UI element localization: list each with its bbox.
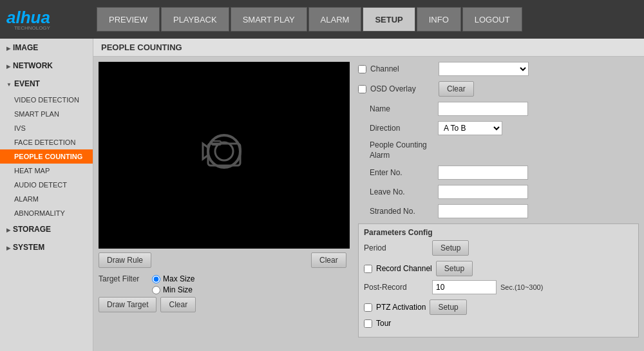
sec-label: Sec.(10~300) <box>500 283 543 291</box>
alarm-label: ALARM <box>14 195 39 203</box>
camera-icon <box>202 132 247 178</box>
video-panel: Draw Rule Clear Target Filter Max Size <box>99 62 353 346</box>
sidebar: IMAGE NETWORK EVENT VIDEO DETECTION SMAR… <box>0 39 93 351</box>
tab-logout[interactable]: LOGOUT <box>462 7 522 32</box>
nav-tabs: PREVIEW PLAYBACK SMART PLAY ALARM SETUP … <box>97 7 522 32</box>
sidebar-item-storage[interactable]: STORAGE <box>0 220 93 238</box>
people-counting-label: PEOPLE COUNTING <box>14 153 82 160</box>
params-config-title: Parameters Config <box>364 228 633 237</box>
storage-arrow-icon <box>6 225 10 234</box>
image-arrow-icon <box>6 43 10 52</box>
channel-row: Channel <box>358 62 639 76</box>
name-label: Name <box>370 104 434 113</box>
tour-checkbox[interactable] <box>364 319 372 328</box>
record-channel-setup-button[interactable]: Setup <box>436 261 473 276</box>
stranded-no-input[interactable] <box>438 204 528 218</box>
direction-select[interactable]: A To B B To A <box>438 121 502 135</box>
tab-info[interactable]: INFO <box>417 7 461 32</box>
people-counting-alarm-label: People CountingAlarm <box>370 140 434 160</box>
audio-detect-label: AUDIO DETECT <box>14 181 67 189</box>
record-channel-row: Record Channel Setup <box>364 261 633 276</box>
tab-alarm[interactable]: ALARM <box>308 7 362 32</box>
logo-brand: alhua <box>6 8 50 27</box>
clear-video-button[interactable]: Clear <box>311 252 346 268</box>
sidebar-item-system-label: SYSTEM <box>13 243 44 252</box>
video-buttons: Draw Rule Clear <box>99 252 353 268</box>
record-channel-label: Record Channel <box>376 264 432 273</box>
sidebar-item-audio-detect[interactable]: AUDIO DETECT <box>0 178 93 192</box>
leave-no-row: Leave No. <box>358 185 639 199</box>
video-detection-label: VIDEO DETECTION <box>14 96 79 104</box>
period-setup-button[interactable]: Setup <box>432 240 469 256</box>
sidebar-item-face-detection[interactable]: FACE DETECTION <box>0 135 93 149</box>
sidebar-item-video-detection[interactable]: VIDEO DETECTION <box>0 93 93 107</box>
stranded-no-label: Stranded No. <box>370 207 434 216</box>
smart-plan-label: SMART PLAN <box>14 110 59 118</box>
target-filter-label: Target Filter <box>99 274 147 283</box>
min-size-label: Min Size <box>163 285 193 294</box>
sidebar-item-ivs[interactable]: IVS <box>0 121 93 135</box>
tab-setup[interactable]: SETUP <box>363 7 415 32</box>
target-filter: Target Filter Max Size Min Size <box>99 274 353 312</box>
ptz-row: PTZ Activation Setup <box>364 299 633 315</box>
sidebar-item-network[interactable]: NETWORK <box>0 57 93 75</box>
post-record-input[interactable]: 10 <box>432 280 497 294</box>
ptz-activation-label: PTZ Activation <box>376 303 426 312</box>
sidebar-item-storage-label: STORAGE <box>13 225 51 234</box>
osd-overlay-checkbox[interactable] <box>358 85 366 93</box>
tab-smartplay[interactable]: SMART PLAY <box>231 7 307 32</box>
video-preview <box>99 62 350 249</box>
draw-rule-button[interactable]: Draw Rule <box>99 252 151 268</box>
sidebar-item-heat-map[interactable]: HEAT MAP <box>0 164 93 178</box>
face-detection-label: FACE DETECTION <box>14 138 75 146</box>
draw-target-row: Draw Target Clear <box>99 297 353 312</box>
sidebar-item-smart-plan[interactable]: SMART PLAN <box>0 107 93 121</box>
max-size-radio[interactable] <box>152 275 160 283</box>
tour-row: Tour <box>364 319 633 328</box>
ptz-setup-button[interactable]: Setup <box>430 299 466 315</box>
max-size-radio-group: Max Size <box>152 274 194 283</box>
sidebar-item-image[interactable]: IMAGE <box>0 39 93 57</box>
heat-map-label: HEAT MAP <box>14 167 50 175</box>
channel-select[interactable] <box>439 62 529 76</box>
ivs-label: IVS <box>14 124 26 132</box>
enter-no-label: Enter No. <box>370 168 434 177</box>
record-channel-checkbox[interactable] <box>364 265 372 273</box>
min-size-radio-group: Min Size <box>152 285 193 294</box>
system-arrow-icon <box>6 243 10 252</box>
draw-target-button[interactable]: Draw Target <box>99 297 156 312</box>
sidebar-item-alarm[interactable]: ALARM <box>0 192 93 206</box>
content-body: Draw Rule Clear Target Filter Max Size <box>93 57 644 351</box>
osd-overlay-row: OSD Overlay Clear <box>358 81 639 97</box>
channel-checkbox[interactable] <box>358 65 366 73</box>
settings-panel: Channel OSD Overlay Clear Name <box>358 62 639 346</box>
tab-playback[interactable]: PLAYBACK <box>161 7 229 32</box>
clear-target-button[interactable]: Clear <box>160 297 196 312</box>
sidebar-item-people-counting[interactable]: PEOPLE COUNTING <box>0 149 93 164</box>
sidebar-item-abnormality[interactable]: ABNORMALITY <box>0 206 93 220</box>
tab-preview[interactable]: PREVIEW <box>97 7 160 32</box>
page-title: PEOPLE COUNTING <box>93 39 644 57</box>
abnormality-label: ABNORMALITY <box>14 209 65 217</box>
sidebar-item-event[interactable]: EVENT <box>0 75 93 93</box>
svg-point-0 <box>208 135 240 167</box>
osd-overlay-label: OSD Overlay <box>370 84 435 93</box>
post-record-label: Post-Record <box>364 283 428 292</box>
channel-label: Channel <box>370 64 435 73</box>
leave-no-input[interactable] <box>438 185 528 199</box>
people-counting-alarm-row: People CountingAlarm <box>358 140 639 160</box>
name-row: Name <box>358 102 639 116</box>
network-arrow-icon <box>6 61 10 70</box>
stranded-no-row: Stranded No. <box>358 204 639 218</box>
enter-no-input[interactable] <box>438 166 528 180</box>
sidebar-item-image-label: IMAGE <box>13 43 38 52</box>
sidebar-item-system[interactable]: SYSTEM <box>0 238 93 256</box>
tour-label: Tour <box>376 319 391 328</box>
period-row: Period Setup <box>364 240 633 256</box>
osd-clear-button[interactable]: Clear <box>439 81 474 97</box>
name-input[interactable] <box>438 102 528 116</box>
top-bar: alhua TECHNOLOGY PREVIEW PLAYBACK SMART … <box>0 0 644 39</box>
ptz-activation-checkbox[interactable] <box>364 303 372 312</box>
min-size-radio[interactable] <box>152 286 160 294</box>
event-arrow-icon <box>6 79 12 88</box>
